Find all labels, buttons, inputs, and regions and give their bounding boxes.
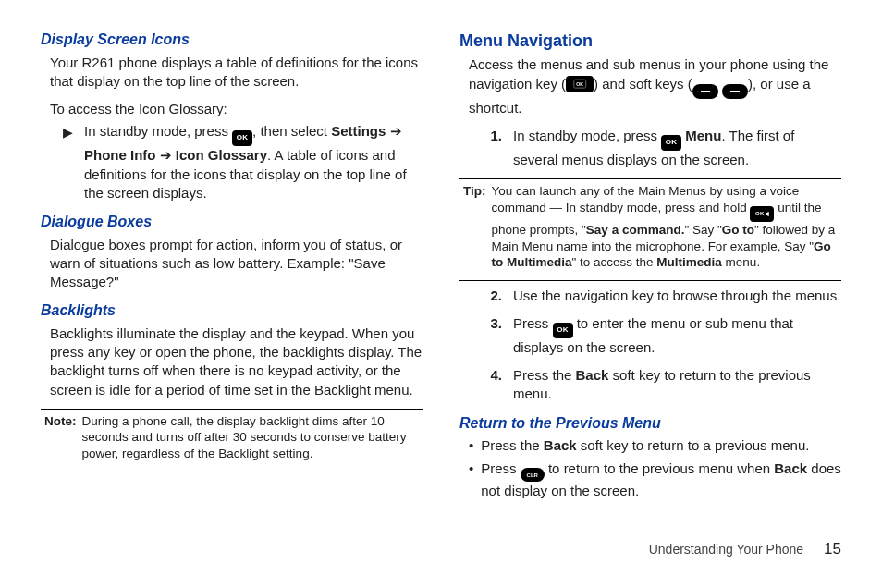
tip-label: Tip: <box>463 183 486 271</box>
arrow-icon: ➔ <box>386 123 401 139</box>
softkey-label: Menu <box>681 128 721 143</box>
step-item: 3. Press OK to enter the menu or sub men… <box>485 314 841 357</box>
bullet-item: • Press the Back soft key to return to a… <box>469 436 841 455</box>
step-item: 2. Use the navigation key to browse thro… <box>485 287 841 305</box>
step-text: In standby mode, press OK Menu. The firs… <box>513 127 841 169</box>
heading-backlights: Backlights <box>41 300 423 321</box>
softkey-label: Back <box>774 460 807 476</box>
bullet-item: • Press CLR to return to the previous me… <box>469 459 841 501</box>
step-text: Press OK to enter the menu or sub menu t… <box>513 314 841 357</box>
clr-key-icon: CLR <box>521 468 545 482</box>
softkey-icon <box>692 84 718 99</box>
text-fragment: " to access the <box>572 255 657 269</box>
text-fragment: Press <box>513 315 553 331</box>
text-fragment: Press the <box>481 437 544 453</box>
note-body: During a phone call, the display backlig… <box>82 413 420 462</box>
text-fragment: In standby mode, press <box>513 128 661 143</box>
step-text: Press the Back soft key to return to the… <box>513 366 841 404</box>
nav-key-icon <box>566 76 594 92</box>
divider <box>41 472 423 472</box>
triangle-bullet-icon: ▶ <box>63 124 73 141</box>
note-label: Note: <box>44 413 77 462</box>
step-item: ▶ In standby mode, press OK, then select… <box>63 122 423 202</box>
step-number: 1. <box>485 127 502 145</box>
text-fragment: " Say " <box>684 223 721 237</box>
voice-prompt: Say a command. <box>586 223 685 237</box>
heading-return-previous-menu: Return to the Previous Menu <box>459 413 841 434</box>
ok-key-icon: OK <box>232 130 252 146</box>
body-text: Backlights illuminate the display and th… <box>50 325 423 399</box>
step-number: 2. <box>485 287 502 305</box>
tip-block: Tip: You can launch any of the Main Menu… <box>463 183 838 271</box>
page-number: 15 <box>824 539 841 560</box>
heading-display-screen-icons: Display Screen Icons <box>41 30 423 50</box>
step-text: Use the navigation key to browse through… <box>513 287 841 305</box>
step-number: 3. <box>485 314 502 333</box>
step-item: 1. In standby mode, press OK Menu. The f… <box>485 127 841 169</box>
menu-name: Multimedia <box>656 255 722 269</box>
heading-menu-navigation: Menu Navigation <box>459 30 841 52</box>
divider <box>41 409 423 410</box>
divider <box>459 280 841 281</box>
softkey-icon <box>722 84 748 99</box>
section-title: Understanding Your Phone <box>649 541 803 558</box>
bullet-icon: • <box>469 436 473 455</box>
text-fragment: , then select <box>252 123 331 139</box>
bullet-icon: • <box>469 459 473 478</box>
tip-body: You can launch any of the Main Menus by … <box>492 183 839 271</box>
body-text: To access the Icon Glossary: <box>50 100 423 118</box>
divider <box>459 178 841 179</box>
body-text: Your R261 phone displays a table of defi… <box>50 54 423 92</box>
ok-key-icon: OK <box>661 135 681 151</box>
ok-key-icon: OK <box>553 323 573 338</box>
manual-page: Display Screen Icons Your R261 phone dis… <box>0 0 882 588</box>
step-item: 4. Press the Back soft key to return to … <box>485 366 841 404</box>
step-number: 4. <box>485 366 502 385</box>
softkey-label: Back <box>544 437 577 453</box>
menu-path: Icon Glossary <box>176 147 267 163</box>
ok-hold-key-icon: OK◀ <box>750 206 774 222</box>
voice-command: Go to <box>722 223 754 237</box>
heading-dialogue-boxes: Dialogue Boxes <box>41 212 423 232</box>
text-fragment: Press the <box>513 367 576 383</box>
body-text: Access the menus and sub menus in your p… <box>469 55 841 117</box>
note-block: Note: During a phone call, the display b… <box>44 413 419 462</box>
text-fragment: In standby mode, press <box>84 123 232 139</box>
text-fragment: Press <box>481 460 521 476</box>
bullet-text: Press the Back soft key to return to a p… <box>481 436 809 455</box>
step-text: In standby mode, press OK, then select S… <box>84 122 423 202</box>
menu-path: Phone Info <box>84 147 156 163</box>
right-column: Menu Navigation Access the menus and sub… <box>459 28 841 588</box>
page-footer: Understanding Your Phone 15 <box>649 539 841 560</box>
text-fragment: to return to the previous menu when <box>545 460 774 476</box>
menu-path: Settings <box>331 123 386 139</box>
text-fragment: ) and soft keys ( <box>594 76 692 92</box>
bullet-text: Press CLR to return to the previous menu… <box>481 459 841 501</box>
arrow-icon: ➔ <box>156 147 176 163</box>
left-column: Display Screen Icons Your R261 phone dis… <box>41 28 423 588</box>
softkey-label: Back <box>576 367 609 383</box>
text-fragment: menu. <box>722 255 760 269</box>
text-fragment: soft key to return to a previous menu. <box>577 437 810 453</box>
body-text: Dialogue boxes prompt for action, inform… <box>50 236 423 292</box>
